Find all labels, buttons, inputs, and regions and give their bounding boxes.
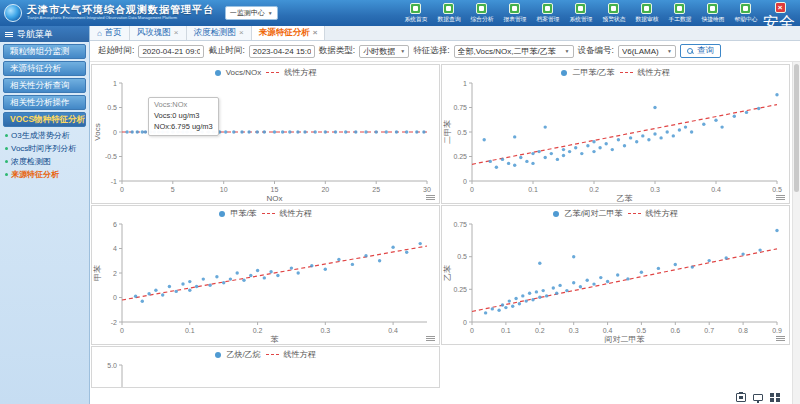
search-button[interactable]: 查询 (680, 44, 721, 58)
feature-select[interactable]: 全部,Vocs/NOx,二甲苯/乙苯 ▼ (454, 45, 574, 58)
nav-item-alerts[interactable]: 预警状态 (597, 2, 630, 25)
series-label: 甲苯/苯 (230, 208, 256, 219)
nav-item-quick-chart[interactable]: 快捷绘图 (696, 2, 729, 25)
charts-area: Vocs/NOx 线性方程 051015202530-1-0.500.51NOx… (90, 62, 792, 390)
scatter-plot-xylene-ethylbenzene[interactable]: 00.10.20.30.40.500.250.50.751乙苯二甲苯 (442, 65, 789, 203)
chart-legend[interactable]: 乙苯/间对二甲苯 线性方程 (442, 208, 789, 219)
nav-item-analysis[interactable]: 综合分析 (465, 2, 498, 25)
svg-text:25: 25 (372, 186, 380, 193)
chart-panel-acetylene-ethane: 乙炔/乙烷 线性方程 02.55.0 (91, 346, 440, 388)
chart-legend[interactable]: 二甲苯/乙苯 线性方程 (442, 67, 789, 78)
svg-text:0.2: 0.2 (535, 327, 545, 334)
sidebar-item-correlation-query[interactable]: 相关性分析查询 (3, 78, 86, 93)
svg-text:0.9: 0.9 (772, 327, 782, 334)
sidebar-item-source-analysis[interactable]: 来源特征分析 (3, 61, 86, 76)
alert-icon (608, 3, 619, 14)
svg-text:0.5: 0.5 (637, 327, 647, 334)
device-select[interactable]: V6(LAMA) ▼ (618, 45, 676, 58)
monitor-icon[interactable] (753, 394, 763, 401)
app-logo-icon (4, 4, 22, 22)
scatter-plot-vocs-nox[interactable]: 051015202530-1-0.500.51NOxVocs (92, 65, 439, 203)
end-time-input[interactable] (249, 45, 315, 58)
svg-text:4: 4 (113, 245, 117, 252)
trend-label: 线性方程 (638, 67, 670, 78)
scatter-plot-ethylbenzene-mpxylene[interactable]: 00.10.20.30.40.50.60.70.80.900.250.50.75… (442, 206, 789, 344)
nav-item-data-query[interactable]: 数据查询 (432, 2, 465, 25)
gear-icon (575, 3, 586, 14)
app-subtitle: Tianjin Atmospheric Environment Integrat… (27, 16, 177, 20)
tab-wind-rose[interactable]: 风玫瑰图 × (130, 26, 187, 40)
scatter-plot-toluene-benzene[interactable]: 00.10.20.30.4-20246苯甲苯 (92, 206, 439, 344)
tab-concentration[interactable]: 浓度检测图 × (187, 26, 252, 40)
trend-marker-icon (262, 213, 275, 214)
chart-legend[interactable]: 甲苯/苯 线性方程 (92, 208, 439, 219)
close-icon[interactable]: × (239, 29, 244, 37)
chart-menu-icon[interactable] (426, 336, 435, 341)
svg-text:0.5: 0.5 (772, 186, 782, 193)
trend-marker-icon (266, 72, 279, 73)
top-nav: 系统首页 数据查询 综合分析 报表管理 档案管理 系统管理 预警状态 数据审核 … (399, 2, 762, 25)
nav-item-manual-data[interactable]: 手工数据 (663, 2, 696, 25)
svg-text:0.2: 0.2 (589, 186, 599, 193)
nav-item-home[interactable]: 系统首页 (399, 2, 432, 25)
chart-legend[interactable]: Vocs/NOx 线性方程 (92, 67, 439, 78)
sidebar-item-o3-potential[interactable]: O3生成潜势分析 (0, 129, 89, 142)
svg-text:6: 6 (113, 221, 117, 228)
sidebar-item-particulate-monitoring[interactable]: 颗粒物组分监测 (3, 44, 86, 59)
svg-text:0.1: 0.1 (185, 327, 195, 334)
printer-icon[interactable] (736, 393, 746, 402)
sidebar-item-correlation-ops[interactable]: 相关性分析操作 (3, 95, 86, 110)
nav-item-system[interactable]: 系统管理 (564, 2, 597, 25)
station-select-value: 一监测中心 (230, 8, 265, 18)
start-time-input[interactable] (138, 45, 204, 58)
svg-text:30: 30 (423, 186, 431, 193)
svg-text:0.8: 0.8 (738, 327, 748, 334)
nav-item-reports[interactable]: 报表管理 (498, 2, 531, 25)
close-icon[interactable]: × (313, 29, 318, 37)
report-icon (509, 3, 520, 14)
series-marker-icon (219, 211, 225, 217)
chart-menu-icon[interactable] (776, 336, 785, 341)
nav-item-archive[interactable]: 档案管理 (531, 2, 564, 25)
svg-text:Vocs: Vocs (93, 123, 102, 140)
scrollbar-thumb[interactable] (794, 64, 799, 192)
nav-item-help[interactable]: 帮助中心 (729, 2, 762, 25)
station-select[interactable]: 一监测中心 ▼ (225, 6, 278, 20)
apps-grid-icon[interactable] (770, 393, 780, 402)
analysis-icon (476, 3, 487, 14)
audit-icon (641, 3, 652, 14)
chart-menu-icon[interactable] (776, 195, 785, 200)
series-label: 二甲苯/乙苯 (572, 67, 614, 78)
search-icon (443, 3, 454, 14)
svg-text:0: 0 (120, 327, 124, 334)
sidebar-item-vocs-analysis[interactable]: VOCS物种特征分析 (3, 112, 86, 127)
data-type-select[interactable]: 小时数据 ▼ (359, 45, 409, 58)
chart-panel-ethylbenzene-mpxylene: 乙苯/间对二甲苯 线性方程 00.10.20.30.40.50.60.70.80… (441, 205, 790, 345)
svg-text:0.75: 0.75 (453, 221, 467, 228)
svg-text:5: 5 (171, 186, 175, 193)
chart-legend[interactable]: 乙炔/乙烷 线性方程 (92, 349, 439, 360)
chart-icon (707, 3, 718, 14)
svg-text:0.2: 0.2 (253, 327, 263, 334)
sidebar-header[interactable]: 导航菜单 (0, 26, 89, 42)
close-icon[interactable]: × (174, 29, 179, 37)
svg-text:0.1: 0.1 (501, 327, 511, 334)
menu-icon (5, 32, 13, 37)
chart-menu-icon[interactable] (426, 195, 435, 200)
bottom-toolbar (90, 390, 792, 404)
svg-text:0.6: 0.6 (670, 327, 680, 334)
nav-item-audit[interactable]: 数据审核 (630, 2, 663, 25)
data-type-label: 数据类型: (319, 45, 355, 57)
sidebar-item-source-feature[interactable]: 来源特征分析 (0, 168, 89, 181)
sidebar-item-concentration-chart[interactable]: 浓度检测图 (0, 155, 89, 168)
sidebar-submenu: O3生成潜势分析 Vocs时间序列分析 浓度检测图 来源特征分析 (0, 129, 89, 181)
svg-text:0: 0 (470, 186, 474, 193)
tab-source-feature[interactable]: 来源特征分析 × (252, 26, 326, 40)
tab-home[interactable]: ⌂ 首页 (90, 26, 130, 40)
svg-text:0: 0 (113, 294, 117, 301)
home-icon: ⌂ (97, 29, 102, 38)
sidebar-item-vocs-timeseries[interactable]: Vocs时间序列分析 (0, 142, 89, 155)
svg-text:5.0: 5.0 (107, 362, 117, 369)
trend-label: 线性方程 (284, 349, 316, 360)
svg-text:0: 0 (113, 129, 117, 136)
